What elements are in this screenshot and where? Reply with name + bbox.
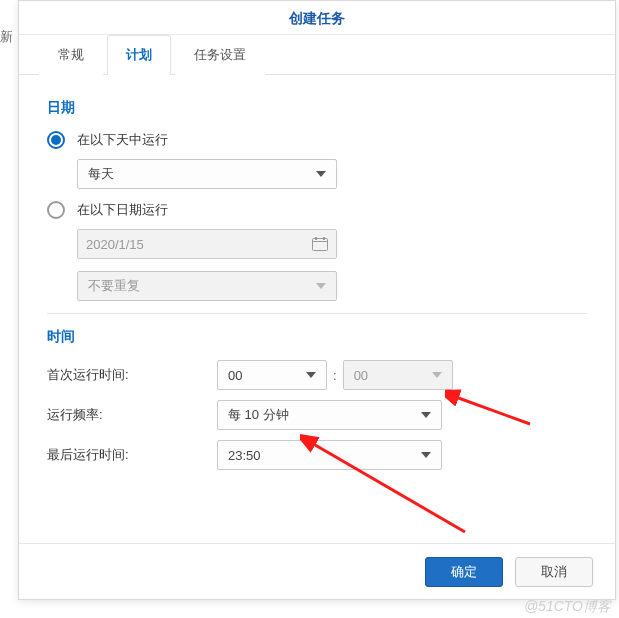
first-run-minute-select: 00	[343, 360, 453, 390]
form-label: 最后运行时间:	[47, 446, 217, 464]
select-value: 每天	[88, 165, 114, 183]
tab-general[interactable]: 常规	[39, 35, 103, 75]
dialog-title: 创建任务	[19, 1, 615, 35]
section-heading-date: 日期	[47, 99, 587, 117]
cancel-button[interactable]: 取消	[515, 557, 593, 587]
tab-schedule[interactable]: 计划	[107, 35, 171, 75]
select-value: 00	[354, 368, 368, 383]
chevron-down-icon	[316, 283, 326, 289]
watermark: @51CTO博客	[524, 598, 611, 616]
calendar-icon	[312, 237, 328, 251]
frequency-row: 运行频率: 每 10 分钟	[47, 400, 587, 430]
chevron-down-icon	[421, 452, 431, 458]
radio-label: 在以下天中运行	[77, 131, 168, 149]
form-label: 首次运行时间:	[47, 366, 217, 384]
option-run-on-days[interactable]: 在以下天中运行	[47, 131, 587, 149]
select-value: 23:50	[228, 448, 261, 463]
backdrop: 新 创建任务 常规 计划 任务设置 日期 在以下天中运行 每天 在以下日期运行	[0, 0, 619, 618]
radio-label: 在以下日期运行	[77, 201, 168, 219]
svg-rect-3	[323, 237, 325, 240]
create-task-dialog: 创建任务 常规 计划 任务设置 日期 在以下天中运行 每天 在以下日期运行	[18, 0, 616, 600]
svg-rect-2	[315, 237, 317, 240]
svg-rect-0	[313, 239, 328, 251]
select-value: 00	[228, 368, 242, 383]
chevron-down-icon	[316, 171, 326, 177]
chevron-down-icon	[306, 372, 316, 378]
first-run-time-row: 首次运行时间: 00 : 00	[47, 360, 587, 390]
dialog-footer: 确定 取消	[19, 543, 615, 599]
partial-text: 新	[0, 28, 12, 46]
dialog-body: 日期 在以下天中运行 每天 在以下日期运行 2020/1/15	[19, 75, 615, 543]
days-select[interactable]: 每天	[77, 159, 337, 189]
select-value: 每 10 分钟	[228, 406, 289, 424]
radio-icon-checked	[47, 131, 65, 149]
repeat-select: 不要重复	[77, 271, 337, 301]
chevron-down-icon	[432, 372, 442, 378]
date-value: 2020/1/15	[86, 237, 144, 252]
select-value: 不要重复	[88, 277, 140, 295]
ok-button[interactable]: 确定	[425, 557, 503, 587]
time-colon: :	[333, 368, 337, 383]
section-heading-time: 时间	[47, 328, 587, 346]
chevron-down-icon	[421, 412, 431, 418]
form-label: 运行频率:	[47, 406, 217, 424]
radio-icon-unchecked	[47, 201, 65, 219]
option-run-on-date[interactable]: 在以下日期运行	[47, 201, 587, 219]
tab-task-settings[interactable]: 任务设置	[175, 35, 265, 75]
start-date-input: 2020/1/15	[77, 229, 337, 259]
frequency-select[interactable]: 每 10 分钟	[217, 400, 442, 430]
first-run-hour-select[interactable]: 00	[217, 360, 327, 390]
last-run-time-select[interactable]: 23:50	[217, 440, 442, 470]
last-run-row: 最后运行时间: 23:50	[47, 440, 587, 470]
tabs: 常规 计划 任务设置	[19, 35, 615, 75]
divider	[47, 313, 587, 314]
